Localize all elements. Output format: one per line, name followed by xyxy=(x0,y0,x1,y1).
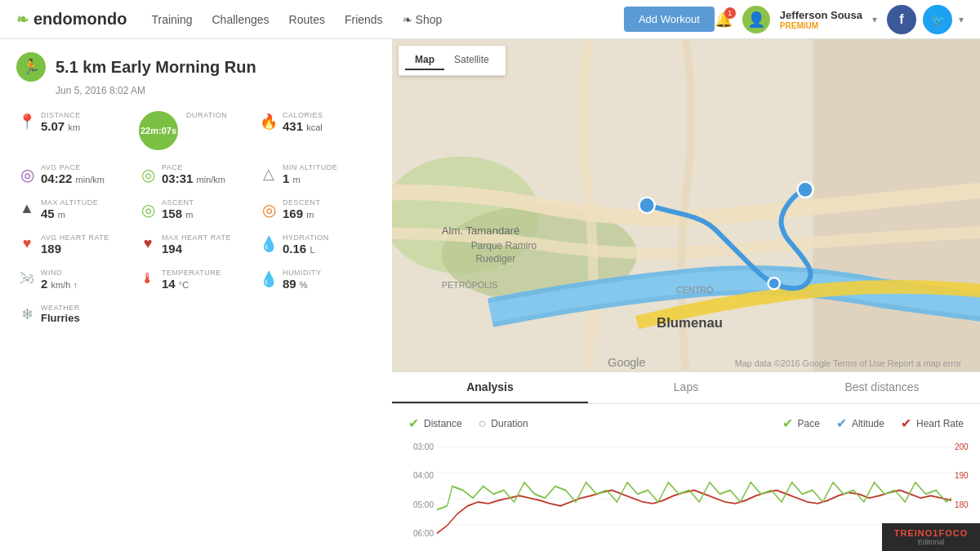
social-buttons: f 🐦 ▾ xyxy=(887,5,964,34)
svg-text:Alm. Tamandaré: Alm. Tamandaré xyxy=(442,224,520,237)
logo-icon: ❧ xyxy=(16,11,29,29)
watermark-top: TREINO1FOCO xyxy=(892,528,970,538)
nav-training[interactable]: Training xyxy=(151,13,192,26)
calories-icon: 🔥 xyxy=(260,113,278,131)
stat-hydration: 💧 HYDRATION 0.16 L xyxy=(258,230,376,259)
right-panel: Map Satellite xyxy=(392,39,980,551)
legend-duration[interactable]: ○ Duration xyxy=(479,415,528,431)
run-icon: 🏃 xyxy=(16,52,46,82)
header-right: 🔔 1 👤 Jefferson Sousa PREMIUM ▾ f 🐦 ▾ xyxy=(715,5,964,34)
y-right-0: 200 xyxy=(955,442,980,451)
max-heart-icon: ♥ xyxy=(139,235,157,252)
legend-pace[interactable]: ✔ Pace xyxy=(782,415,820,431)
wind-value: 2 km/h ↑ xyxy=(41,277,78,291)
user-info: Jefferson Sousa PREMIUM xyxy=(780,9,862,30)
pace-value: 03:31 min/km xyxy=(162,171,225,185)
stat-avg-heart-rate: ♥ AVG HEART RATE 189 xyxy=(16,230,134,259)
duration-circle[interactable]: 22m:07s xyxy=(139,111,178,150)
pace-check-icon: ✔ xyxy=(782,415,793,431)
notification-bell[interactable]: 🔔 1 xyxy=(715,11,733,29)
nav-shop[interactable]: ❧ Shop xyxy=(403,13,443,26)
weather-label: WEATHER xyxy=(41,304,80,312)
logo: ❧ endomondo xyxy=(16,10,127,29)
max-altitude-icon: ▲ xyxy=(18,200,36,217)
twitter-share-button[interactable]: 🐦 xyxy=(923,5,952,34)
y-left-1: 04:00 xyxy=(392,471,434,480)
legend-heart-rate-label: Heart Rate xyxy=(916,418,964,429)
altitude-check-icon: ✔ xyxy=(836,415,847,431)
content: 🏃 5.1 km Early Morning Run Jun 5, 2016 8… xyxy=(0,39,980,551)
stat-ascent: ◎ ASCENT 158 m xyxy=(137,195,255,224)
main-nav: Training Challenges Routes Friends ❧ Sho… xyxy=(151,13,607,26)
svg-text:Ruediger: Ruediger xyxy=(476,253,516,264)
stat-avg-pace: ◎ AVG PACE 04:22 min/km xyxy=(16,160,134,189)
legend-altitude-label: Altitude xyxy=(852,418,884,429)
y-axis-left: 03:00 04:00 05:00 06:00 xyxy=(392,439,437,541)
add-workout-button[interactable]: Add Workout xyxy=(624,7,715,32)
legend-heart-rate[interactable]: ✔ Heart Rate xyxy=(901,415,964,431)
calories-value: 431 kcal xyxy=(283,119,323,133)
chart-svg xyxy=(437,439,951,541)
stat-descent: ◎ DESCENT 169 m xyxy=(258,195,376,224)
svg-text:CENTRO: CENTRO xyxy=(676,285,713,295)
y-left-0: 03:00 xyxy=(392,442,434,451)
map-tab-map[interactable]: Map xyxy=(405,51,444,70)
workout-date: Jun 5, 2016 8:02 AM xyxy=(56,85,376,96)
tab-laps[interactable]: Laps xyxy=(588,372,784,403)
avg-heart-value: 189 xyxy=(41,242,109,256)
max-heart-value: 194 xyxy=(162,242,231,256)
map-container: Map Satellite xyxy=(392,39,980,371)
wind-label: WIND xyxy=(41,269,78,277)
ascent-icon: ◎ xyxy=(139,200,157,220)
pace-label: PACE xyxy=(162,163,225,171)
nav-routes[interactable]: Routes xyxy=(289,13,325,26)
descent-label: DESCENT xyxy=(283,198,321,207)
stat-weather: ❄ WEATHER Flurries xyxy=(16,300,134,327)
stat-max-heart-rate: ♥ MAX HEART RATE 194 xyxy=(137,230,255,259)
shop-icon: ❧ xyxy=(403,13,412,26)
left-panel: 🏃 5.1 km Early Morning Run Jun 5, 2016 8… xyxy=(0,39,392,551)
legend-altitude[interactable]: ✔ Altitude xyxy=(836,415,884,431)
stat-humidity: 💧 HUMIDITY 89 % xyxy=(258,265,376,294)
facebook-share-button[interactable]: f xyxy=(887,5,916,34)
stat-wind: 🌬 WIND 2 km/h ↑ xyxy=(16,265,134,294)
svg-text:Blumenau: Blumenau xyxy=(657,315,723,331)
min-altitude-label: MIN ALTITUDE xyxy=(283,163,337,171)
ascent-value: 158 m xyxy=(162,207,194,220)
heart-check-icon: ✔ xyxy=(901,415,911,431)
pace-icon: ◎ xyxy=(139,165,157,184)
nav-challenges[interactable]: Challenges xyxy=(212,13,270,26)
humidity-label: HUMIDITY xyxy=(283,269,322,277)
descent-icon: ◎ xyxy=(260,200,278,220)
temperature-value: 14 °C xyxy=(162,277,221,291)
calories-label: CALORIES xyxy=(283,111,323,119)
wind-icon: 🌬 xyxy=(18,270,36,287)
max-altitude-value: 45 m xyxy=(41,207,98,220)
svg-text:Parque Ramiro: Parque Ramiro xyxy=(471,240,537,251)
legend-distance[interactable]: ✔ Distance xyxy=(408,415,462,431)
user-badge: PREMIUM xyxy=(780,21,862,30)
share-chevron[interactable]: ▾ xyxy=(959,14,964,25)
svg-text:Google: Google xyxy=(608,356,645,369)
nav-friends[interactable]: Friends xyxy=(345,13,383,26)
legend-duration-label: Duration xyxy=(491,418,528,429)
min-altitude-icon: △ xyxy=(260,165,278,183)
legend-distance-label: Distance xyxy=(424,418,462,429)
avg-heart-icon: ♥ xyxy=(18,235,36,252)
user-menu-chevron[interactable]: ▾ xyxy=(872,14,877,25)
tab-analysis[interactable]: Analysis xyxy=(392,372,588,403)
workout-header: 🏃 5.1 km Early Morning Run xyxy=(16,52,376,82)
weather-icon: ❄ xyxy=(18,305,36,323)
bottom-tabs: Analysis Laps Best distances xyxy=(392,372,980,404)
logo-text: endomondo xyxy=(33,10,127,29)
svg-point-5 xyxy=(797,182,813,198)
duration-circle-icon: ○ xyxy=(479,416,487,431)
map-tab-satellite[interactable]: Satellite xyxy=(444,51,499,70)
tab-best-distances[interactable]: Best distances xyxy=(784,372,980,403)
avg-pace-value: 04:22 min/km xyxy=(41,171,105,185)
duration-value: 22m:07s xyxy=(140,126,176,136)
descent-value: 169 m xyxy=(283,207,321,220)
max-altitude-label: MAX ALTITUDE xyxy=(41,198,98,207)
map-svg: Alm. Tamandaré Parque Ramiro Ruediger Bl… xyxy=(392,39,980,371)
hydration-value: 0.16 L xyxy=(283,242,329,256)
